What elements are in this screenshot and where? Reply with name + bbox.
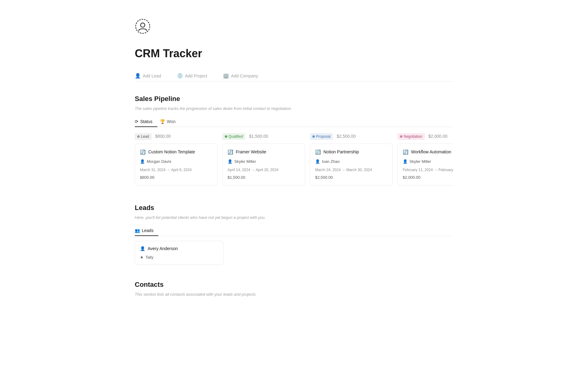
won-tab-label: Won bbox=[167, 119, 176, 124]
contacts-title: Contacts bbox=[135, 279, 453, 290]
star-icon-avery: ★ bbox=[140, 254, 144, 260]
add-project-label: Add Project bbox=[185, 73, 207, 78]
qualified-label: Qualified bbox=[228, 134, 243, 139]
add-company-button[interactable]: 🏢 Add Company bbox=[223, 70, 264, 81]
pipeline-column-qualified: Qualified $1,500.00 🔄 Framer Website 👤 S… bbox=[222, 133, 305, 186]
proposal-amount: $2,500.00 bbox=[337, 133, 356, 140]
leads-tab-icon: 👥 bbox=[135, 228, 140, 233]
negotiation-dot bbox=[400, 135, 402, 138]
negotiation-label: Negotiation bbox=[404, 134, 422, 139]
lead-amount: $800.00 bbox=[155, 133, 171, 140]
proposal-status-tag: Proposal bbox=[310, 133, 333, 140]
deal-dates-workflow: February 11, 2024 → February 17, 2024 bbox=[403, 167, 453, 173]
svg-point-0 bbox=[136, 19, 150, 33]
deal-person-morgan: 👤 Morgan Davis bbox=[140, 159, 212, 165]
tab-status[interactable]: ⟳ Status bbox=[135, 117, 157, 127]
negotiation-status-tag: Negotiation bbox=[398, 133, 425, 140]
qualified-status-tag: Qualified bbox=[222, 133, 245, 140]
contacts-desc: This section lists all contacts associat… bbox=[135, 291, 453, 298]
tab-won[interactable]: 🏆 Won bbox=[160, 117, 181, 127]
add-company-label: Add Company bbox=[231, 73, 258, 78]
deal-icon-notion-partner: 🔄 bbox=[315, 149, 321, 156]
sales-pipeline-title: Sales Pipeline bbox=[135, 94, 453, 104]
lead-name-avery: 👤 Avery Anderson bbox=[140, 245, 218, 252]
negotiation-amount: $2,000.00 bbox=[428, 133, 447, 140]
logo-area bbox=[135, 18, 453, 40]
svg-point-1 bbox=[141, 23, 145, 27]
leads-title: Leads bbox=[135, 203, 453, 213]
deal-dates-framer: April 14, 2024 → April 20, 2024 bbox=[228, 167, 300, 173]
deal-card-workflow[interactable]: 🔄 Workflow Automation 👤 Skyler Miller Fe… bbox=[398, 144, 453, 186]
add-project-button[interactable]: 💿 Add Project bbox=[177, 70, 213, 81]
column-header-negotiation: Negotiation $2,000.00 bbox=[398, 133, 453, 140]
person-icon-avery: 👤 bbox=[140, 245, 145, 252]
app-logo bbox=[135, 18, 151, 34]
person-icon-skyler2: 👤 bbox=[403, 159, 408, 165]
deal-person-ivan: 👤 Ivan Zhao bbox=[315, 159, 387, 165]
pipeline-column-lead: Lead $800.00 🔄 Custom Notion Template 👤 … bbox=[135, 133, 217, 186]
deal-name-notion-partner: 🔄 Notion Partnership bbox=[315, 149, 387, 156]
proposal-dot bbox=[312, 135, 315, 138]
leads-tab-label: Leads bbox=[142, 228, 153, 233]
contacts-section: Contacts This section lists all contacts… bbox=[135, 279, 453, 298]
deal-icon-custom-notion: 🔄 bbox=[140, 149, 146, 156]
action-bar: 👤 Add Lead 💿 Add Project 🏢 Add Company bbox=[135, 70, 453, 81]
person-icon-ivan: 👤 bbox=[315, 159, 320, 165]
won-tab-icon: 🏆 bbox=[160, 119, 165, 124]
deal-card-framer[interactable]: 🔄 Framer Website 👤 Skyler Miller April 1… bbox=[222, 144, 305, 186]
sales-pipeline-desc: The sales pipeline tracks the progressio… bbox=[135, 106, 453, 112]
deal-dates-notion-partner: March 24, 2024 → March 30, 2024 bbox=[315, 167, 387, 173]
deal-person-skyler1: 👤 Skyler Miller bbox=[228, 159, 300, 165]
deal-icon-framer: 🔄 bbox=[228, 149, 233, 156]
deal-name-custom-notion: 🔄 Custom Notion Template bbox=[140, 149, 212, 156]
deal-name-framer: 🔄 Framer Website bbox=[228, 149, 300, 156]
lead-card-avery[interactable]: 👤 Avery Anderson ★ Tally bbox=[135, 241, 224, 265]
pipeline-column-proposal: Proposal $2,500.00 🔄 Notion Partnership … bbox=[310, 133, 393, 186]
deal-amount-notion-partner: $2,500.00 bbox=[315, 174, 387, 181]
status-tab-icon: ⟳ bbox=[135, 119, 138, 124]
column-header-proposal: Proposal $2,500.00 bbox=[310, 133, 393, 140]
tab-leads[interactable]: 👥 Leads bbox=[135, 226, 158, 236]
pipeline-column-negotiation: Negotiation $2,000.00 🔄 Workflow Automat… bbox=[398, 133, 453, 186]
pipeline-tabs: ⟳ Status 🏆 Won bbox=[135, 117, 453, 127]
lead-label: Lead bbox=[141, 134, 149, 139]
add-company-icon: 🏢 bbox=[223, 73, 229, 79]
leads-section: Leads Here, you'll list potential client… bbox=[135, 203, 453, 265]
lead-source-avery: ★ Tally bbox=[140, 254, 218, 260]
deal-name-workflow: 🔄 Workflow Automation bbox=[403, 149, 453, 156]
qualified-dot bbox=[225, 135, 227, 138]
column-header-lead: Lead $800.00 bbox=[135, 133, 217, 140]
deal-card-notion-partner[interactable]: 🔄 Notion Partnership 👤 Ivan Zhao March 2… bbox=[310, 144, 393, 186]
sales-pipeline-section: Sales Pipeline The sales pipeline tracks… bbox=[135, 94, 453, 188]
add-lead-icon: 👤 bbox=[135, 73, 141, 79]
qualified-amount: $1,500.00 bbox=[249, 133, 268, 140]
deal-icon-workflow: 🔄 bbox=[403, 149, 409, 156]
lead-status-tag: Lead bbox=[135, 133, 152, 140]
deal-card-custom-notion[interactable]: 🔄 Custom Notion Template 👤 Morgan Davis … bbox=[135, 144, 217, 186]
deal-amount-custom-notion: $800.00 bbox=[140, 174, 212, 181]
deal-amount-workflow: $2,000.00 bbox=[403, 174, 453, 181]
pipeline-board: Lead $800.00 🔄 Custom Notion Template 👤 … bbox=[135, 133, 453, 188]
add-project-icon: 💿 bbox=[177, 73, 183, 79]
leads-desc: Here, you'll list potential clients who … bbox=[135, 215, 453, 221]
add-lead-label: Add Lead bbox=[143, 73, 161, 78]
deal-dates-custom-notion: March 31, 2024 → April 6, 2024 bbox=[140, 167, 212, 173]
deal-person-skyler2: 👤 Skyler Miller bbox=[403, 159, 453, 165]
status-tab-label: Status bbox=[140, 119, 153, 124]
deal-amount-framer: $1,500.00 bbox=[228, 174, 300, 181]
lead-dot bbox=[137, 135, 140, 138]
page-title: CRM Tracker bbox=[135, 45, 453, 62]
add-lead-button[interactable]: 👤 Add Lead bbox=[135, 70, 167, 81]
leads-tab-bar: 👥 Leads bbox=[135, 226, 453, 236]
person-icon-morgan: 👤 bbox=[140, 159, 145, 165]
person-icon-skyler1: 👤 bbox=[228, 159, 232, 165]
column-header-qualified: Qualified $1,500.00 bbox=[222, 133, 305, 140]
proposal-label: Proposal bbox=[316, 134, 330, 139]
